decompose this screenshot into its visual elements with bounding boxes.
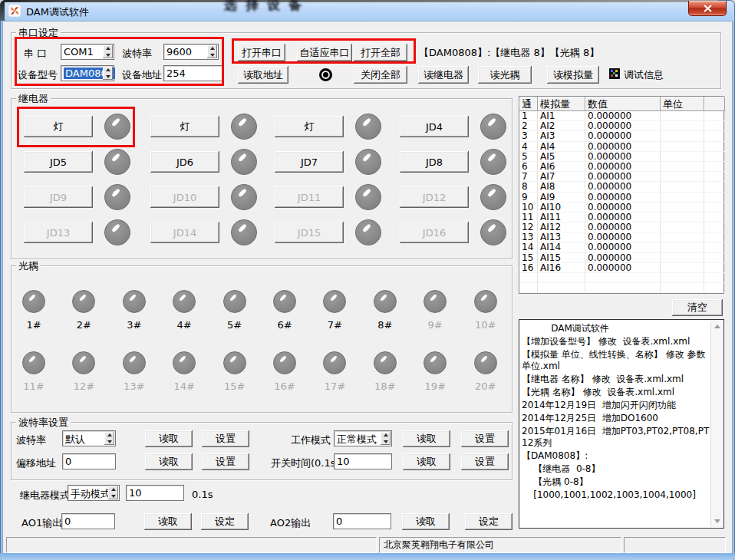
table-row[interactable]: 13AI130.000000 xyxy=(519,232,723,242)
close-all-button[interactable]: 关闭全部 xyxy=(354,66,407,84)
auto-serial-button[interactable]: 自适应串口 xyxy=(297,44,352,61)
relay-button-13[interactable]: JD13 xyxy=(24,222,93,243)
dropdown-button[interactable] xyxy=(108,486,118,499)
table-row[interactable]: 3AI30.000000 xyxy=(519,131,723,141)
offset-read-button[interactable]: 读取 xyxy=(145,453,193,470)
read-address-button[interactable]: 读取地址 xyxy=(238,66,288,84)
relay-button-15[interactable]: JD15 xyxy=(275,222,344,243)
table-cell: AI6 xyxy=(538,162,585,172)
dropdown-button[interactable] xyxy=(103,67,113,80)
model-select[interactable]: DAM0808 xyxy=(61,65,114,81)
ao2-set-button[interactable]: 设定 xyxy=(465,513,513,530)
device-address-input[interactable]: 254 xyxy=(163,65,223,81)
table-row[interactable]: 1AI10.000000 xyxy=(519,111,723,121)
table-row[interactable]: 16AI160.000000 xyxy=(519,263,723,273)
table-cell: AI15 xyxy=(538,253,585,263)
switchtime-input[interactable]: 10 xyxy=(334,453,392,469)
switchtime-set-button[interactable]: 设置 xyxy=(461,453,509,470)
table-row[interactable]: 6AI60.000000 xyxy=(519,162,723,172)
opto-indicator-6 xyxy=(273,290,296,313)
relay-button-9[interactable]: JD9 xyxy=(24,186,93,208)
table-row[interactable]: 10AI100.000000 xyxy=(519,203,723,212)
background-window-corner xyxy=(0,0,5,21)
dropdown-button[interactable] xyxy=(381,432,391,445)
read-analog-button[interactable]: 读模拟量 xyxy=(547,66,599,84)
relay-button-14[interactable]: JD14 xyxy=(150,222,219,243)
ao1-input[interactable]: 0 xyxy=(61,513,115,529)
dropdown-button[interactable] xyxy=(207,45,217,58)
relay-button-11[interactable]: JD11 xyxy=(275,186,344,208)
relay-button-3[interactable]: 灯 xyxy=(275,116,344,137)
clear-button[interactable]: 清空 xyxy=(672,299,723,316)
relay-button-4[interactable]: JD4 xyxy=(400,116,469,137)
dropdown-button[interactable] xyxy=(103,45,113,58)
scroll-down-icon[interactable] xyxy=(711,516,723,527)
table-row[interactable]: 15AI150.000000 xyxy=(519,253,723,263)
info-line-11: 【DAM0808】: xyxy=(522,450,710,462)
table-header-ch: 通 xyxy=(519,97,538,111)
relay-button-2[interactable]: 灯 xyxy=(150,116,219,137)
info-scrollbar[interactable] xyxy=(710,321,723,527)
table-row[interactable]: 11AI110.000000 xyxy=(519,212,723,222)
baudrate-set-button[interactable]: 设置 xyxy=(202,430,249,447)
open-serial-button[interactable]: 打开串口 xyxy=(238,44,285,61)
table-row[interactable]: 8AI80.000000 xyxy=(519,182,723,192)
table-row[interactable]: 5AI50.000000 xyxy=(519,152,723,162)
table-cell xyxy=(661,212,704,222)
open-all-button[interactable]: 打开全部 xyxy=(354,44,407,61)
ao2-read-button[interactable]: 读取 xyxy=(402,513,450,530)
ao1-label: AO1输出 xyxy=(21,516,62,530)
dropdown-button[interactable] xyxy=(104,432,114,445)
relay-time-input[interactable]: 10 xyxy=(126,485,184,501)
table-row[interactable]: 12AI120.000000 xyxy=(519,222,723,232)
ao1-read-button[interactable]: 读取 xyxy=(144,513,192,530)
relay-button-16[interactable]: JD16 xyxy=(400,222,469,243)
opto-indicator-9 xyxy=(424,290,447,313)
table-row[interactable]: 14AI140.000000 xyxy=(519,242,723,252)
ao1-set-button[interactable]: 设定 xyxy=(201,513,249,530)
baud-select[interactable]: 9600 xyxy=(163,44,219,60)
port-select[interactable]: COM1 xyxy=(61,44,114,60)
relay-button-8[interactable]: JD8 xyxy=(400,151,469,173)
relay-button-7[interactable]: JD7 xyxy=(275,151,344,173)
read-relay-button[interactable]: 读继电器 xyxy=(418,66,469,84)
opto-group: 光耦 1#2#3#4#5#6#7#8#9#10#11#12#13#14#15#1… xyxy=(11,265,513,413)
info-panel: DAM调试软件【增加设备型号】 修改 设备表.xml.xml【模拟量 单位、线性… xyxy=(519,319,724,529)
ao2-input[interactable]: 0 xyxy=(333,513,391,529)
table-cell: AI9 xyxy=(538,193,585,203)
workmode-read-button[interactable]: 读取 xyxy=(403,430,450,447)
offset-input[interactable]: 0 xyxy=(62,453,116,469)
scroll-up-icon[interactable] xyxy=(711,321,723,332)
table-cell xyxy=(704,121,725,131)
table-row[interactable] xyxy=(519,283,723,293)
info-line-6: 【光耦 名称】 修改 设备表.xml.xml xyxy=(522,387,710,398)
read-opto-button[interactable]: 读光耦 xyxy=(478,66,532,84)
workmode-select[interactable]: 正常模式 xyxy=(334,430,392,446)
table-cell xyxy=(661,263,704,273)
offset-set-button[interactable]: 设置 xyxy=(202,453,249,470)
relay-button-10[interactable]: JD10 xyxy=(150,186,219,208)
baudrate-read-button[interactable]: 读取 xyxy=(145,430,193,447)
close-button[interactable] xyxy=(688,1,727,16)
relay-button-12[interactable]: JD12 xyxy=(400,186,469,208)
table-cell xyxy=(661,203,704,212)
relay-indicator-2 xyxy=(231,114,257,140)
table-header-1: 模拟量 xyxy=(538,97,585,111)
table-cell: 5 xyxy=(519,152,538,162)
baudrate-select[interactable]: 默认 xyxy=(62,430,116,446)
table-row[interactable]: 2AI20.000000 xyxy=(519,121,723,131)
table-row[interactable]: 9AI90.000000 xyxy=(519,193,723,203)
switchtime-read-button[interactable]: 读取 xyxy=(403,453,450,470)
table-row[interactable] xyxy=(519,273,723,283)
relay-button-6[interactable]: JD6 xyxy=(150,151,219,173)
relay-mode-select[interactable]: 手动模式 xyxy=(68,485,120,501)
relay-button-5[interactable]: JD5 xyxy=(24,151,93,173)
table-cell: 11 xyxy=(519,212,538,222)
table-row[interactable]: 4AI40.000000 xyxy=(519,142,723,152)
opto-indicator-7 xyxy=(323,290,346,313)
workmode-set-button[interactable]: 设置 xyxy=(461,430,509,447)
relay-button-1[interactable]: 灯 xyxy=(24,116,93,137)
table-row[interactable]: 7AI70.000000 xyxy=(519,172,723,182)
analog-table[interactable]: 通模拟量数值单位1AI10.0000002AI20.0000003AI30.00… xyxy=(519,96,724,294)
relay-indicator-4 xyxy=(480,114,506,140)
